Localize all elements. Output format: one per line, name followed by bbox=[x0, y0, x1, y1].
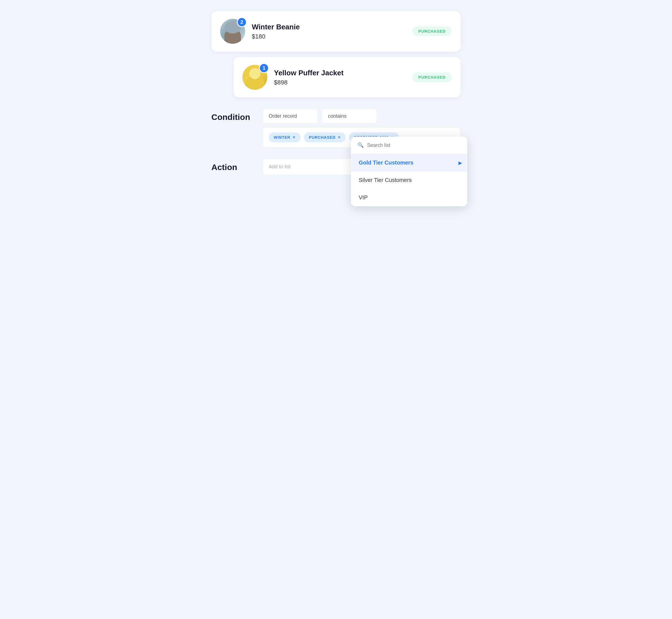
tag-winter-close[interactable]: ✕ bbox=[292, 135, 295, 139]
dropdown-item-vip[interactable]: VIP bbox=[351, 189, 467, 206]
dropdown-search-row: 🔍 bbox=[351, 137, 467, 154]
product-info-2: Yellow Puffer Jacket $898 bbox=[274, 69, 406, 86]
avatar-container-1: 2 bbox=[220, 19, 245, 44]
tag-winter[interactable]: WINTER ✕ bbox=[269, 132, 300, 142]
product-price-1: $180 bbox=[252, 33, 406, 40]
dropdown-item-vip-label: VIP bbox=[359, 194, 367, 201]
list-dropdown: 🔍 Gold Tier Customers Silver Tier Custom… bbox=[351, 137, 467, 206]
tag-purchased[interactable]: PURCHASED ✕ bbox=[304, 132, 346, 142]
dropdown-item-gold[interactable]: Gold Tier Customers bbox=[351, 154, 467, 171]
product-card-1: 2 Winter Beanie $180 PURCHASED bbox=[211, 11, 461, 52]
product-card-2: 1 Yellow Puffer Jacket $898 PURCHASED bbox=[233, 57, 461, 97]
action-section: Action Add to list 🔍 Gold Tier Customers… bbox=[211, 159, 461, 175]
action-label: Action bbox=[211, 159, 256, 172]
status-badge-2: PURCHASED bbox=[412, 72, 452, 82]
condition-operator-select[interactable]: contains bbox=[322, 109, 377, 124]
badge-1: 2 bbox=[237, 17, 247, 27]
product-name-2: Yellow Puffer Jacket bbox=[274, 69, 406, 77]
dropdown-search-input[interactable] bbox=[367, 142, 461, 148]
dropdown-item-silver-label: Silver Tier Customers bbox=[359, 177, 412, 183]
product-price-2: $898 bbox=[274, 79, 406, 86]
badge-2: 1 bbox=[259, 63, 269, 73]
search-icon: 🔍 bbox=[357, 142, 364, 148]
page-container: 2 Winter Beanie $180 PURCHASED 1 Yellow … bbox=[211, 11, 461, 175]
dropdown-item-gold-label: Gold Tier Customers bbox=[359, 159, 413, 165]
condition-label: Condition bbox=[211, 109, 256, 122]
tag-purchased-close[interactable]: ✕ bbox=[338, 135, 341, 139]
dropdown-item-silver[interactable]: Silver Tier Customers bbox=[351, 171, 467, 189]
condition-field-select[interactable]: Order record bbox=[262, 109, 318, 124]
tag-purchased-label: PURCHASED bbox=[309, 135, 335, 140]
condition-selects: Order record contains bbox=[262, 109, 461, 124]
action-content: Add to list 🔍 Gold Tier Customers Silver… bbox=[262, 159, 461, 175]
product-name-1: Winter Beanie bbox=[252, 23, 406, 31]
status-badge-1: PURCHASED bbox=[412, 26, 452, 36]
avatar-container-2: 1 bbox=[243, 65, 267, 90]
tag-winter-label: WINTER bbox=[274, 135, 290, 140]
product-info-1: Winter Beanie $180 bbox=[252, 23, 406, 40]
